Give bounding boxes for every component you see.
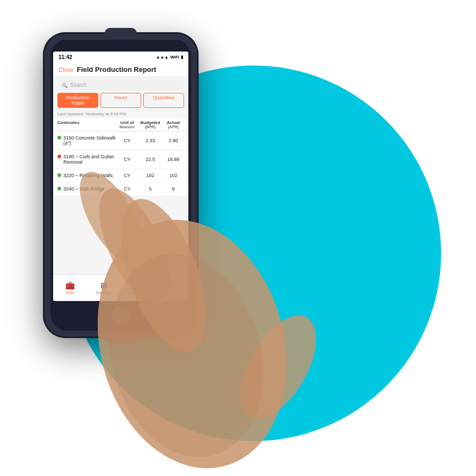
data-table: Costcodes Unit of Measure Budgeted (BPR)…: [53, 118, 188, 196]
row-name-3: 3240 – Slab Bridge: [57, 186, 116, 192]
bottom-nav: 🧰 Tools ⊞ Drawings ◎ Dashboard ⚙ Setting…: [53, 274, 188, 301]
search-icon: 🔍: [62, 83, 68, 88]
page-title: Field Production Report: [77, 65, 156, 74]
row-unit-3: CY: [116, 186, 138, 192]
nav-drawings[interactable]: ⊞ Drawings: [87, 281, 121, 295]
nav-dashboard[interactable]: ◎ Dashboard: [121, 281, 155, 295]
col-unit: Unit of Measure: [116, 120, 138, 129]
nav-dashboard-label: Dashboard: [128, 291, 147, 295]
wifi-icon: WiFi: [170, 55, 179, 60]
row-budgeted-0: 2.33: [138, 138, 163, 143]
col-budgeted: Budgeted (BPR): [138, 120, 163, 129]
status-dot-1: [57, 155, 61, 158]
nav-tools[interactable]: 🧰 Tools: [53, 281, 87, 295]
row-unit-1: CY: [116, 157, 138, 162]
tab-quantities[interactable]: Quantities: [143, 93, 184, 108]
tab-hours[interactable]: Hours: [100, 93, 141, 108]
row-actual-2: 102: [163, 173, 184, 178]
row-name-0: 3160 Concrete Sidewalk (4"): [57, 135, 116, 146]
row-budgeted-2: 102: [138, 173, 163, 178]
status-dot-0: [57, 136, 61, 140]
dashboard-icon: ◎: [135, 281, 141, 290]
row-unit-0: CY: [116, 138, 138, 143]
col-actual: Actual (APR): [163, 120, 184, 129]
status-dot-3: [57, 187, 61, 191]
row-actual-3: 8: [163, 186, 184, 192]
signal-icon: ▲▲▲: [156, 55, 169, 60]
row-budgeted-3: 5: [138, 186, 163, 192]
row-name-2: 3220 – Retaining Walls: [57, 173, 116, 178]
tab-production-rates[interactable]: Production Rates: [57, 93, 98, 108]
search-input[interactable]: Search: [70, 82, 87, 88]
battery-icon: ▮: [181, 55, 183, 60]
nav-tools-label: Tools: [65, 291, 74, 295]
nav-settings[interactable]: ⚙ Settings: [155, 281, 188, 295]
nav-drawings-label: Drawings: [96, 291, 112, 295]
scene: 11:42 ▲▲▲ WiFi ▮ Close Field Production …: [0, 0, 476, 476]
last-updated: Last Updated: Yesterday at 3:24 PM: [53, 111, 188, 118]
tools-icon: 🧰: [65, 281, 75, 290]
row-budgeted-1: 22.5: [138, 157, 163, 162]
status-icons: ▲▲▲ WiFi ▮: [156, 55, 183, 60]
row-actual-0: 2.80: [163, 138, 184, 143]
row-unit-2: CY: [116, 173, 138, 178]
status-time: 11:42: [58, 54, 72, 60]
nav-settings-label: Settings: [165, 291, 178, 295]
table-row[interactable]: 3160 Concrete Sidewalk (4") CY 2.33 2.80: [53, 131, 188, 150]
close-button[interactable]: Close: [58, 67, 74, 73]
col-costcodes: Costcodes: [57, 120, 116, 129]
drawings-icon: ⊞: [101, 281, 107, 290]
table-row[interactable]: 3240 – Slab Bridge CY 5 8: [53, 182, 188, 196]
table-header: Costcodes Unit of Measure Budgeted (BPR)…: [53, 118, 188, 131]
row-name-1: 3190 – Curb and Gutter Removal: [57, 154, 116, 165]
search-bar[interactable]: 🔍 Search: [57, 80, 184, 90]
status-bar: 11:42 ▲▲▲ WiFi ▮: [53, 52, 188, 62]
phone-bezel: 11:42 ▲▲▲ WiFi ▮ Close Field Production …: [50, 40, 191, 331]
app-header: Close Field Production Report: [53, 62, 188, 77]
home-button[interactable]: [112, 306, 129, 323]
settings-icon: ⚙: [168, 281, 175, 290]
table-row[interactable]: 3220 – Retaining Walls CY 102 102: [53, 169, 188, 182]
tabs-container: Production Rates Hours Quantities: [57, 93, 184, 108]
phone-screen: 11:42 ▲▲▲ WiFi ▮ Close Field Production …: [53, 52, 188, 301]
table-row[interactable]: 3190 – Curb and Gutter Removal CY 22.5 1…: [53, 150, 188, 169]
row-actual-1: 18.89: [163, 157, 184, 162]
status-dot-2: [57, 173, 61, 177]
phone-case: 11:42 ▲▲▲ WiFi ▮ Close Field Production …: [43, 32, 199, 338]
